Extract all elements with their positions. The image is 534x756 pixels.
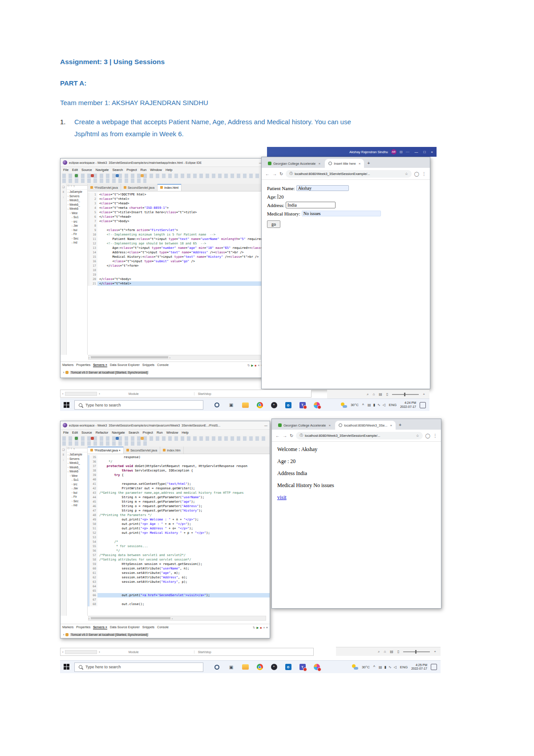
scroll-right-icon[interactable]: › bbox=[99, 392, 100, 395]
debug-icon[interactable] bbox=[91, 174, 94, 177]
outlook-icon[interactable]: o bbox=[284, 401, 292, 409]
code-line[interactable]: 35 response) bbox=[88, 455, 270, 459]
refresh-icon[interactable]: ↻ bbox=[253, 626, 255, 630]
minimize-icon[interactable]: — bbox=[264, 424, 267, 427]
tree-expander-icon[interactable]: › bbox=[72, 496, 73, 498]
code-line[interactable]: 45 String m = request.getParameter("age"… bbox=[88, 500, 270, 504]
bookmark-icon[interactable]: ☆ bbox=[416, 434, 419, 438]
scroll-right-icon[interactable]: › bbox=[170, 356, 170, 359]
tree-expander-icon[interactable]: › bbox=[68, 203, 69, 206]
address-input[interactable]: India bbox=[286, 202, 336, 208]
teams-icon[interactable]: T bbox=[299, 401, 306, 409]
project-tree-item[interactable]: ›Sec bbox=[67, 236, 87, 241]
editor-tab[interactable]: SecondServlet.java bbox=[121, 184, 158, 191]
tree-expander-icon[interactable]: › bbox=[68, 470, 69, 473]
code-line[interactable]: 62 session.setAttribute("Address", o); bbox=[88, 575, 270, 580]
console-view-tab[interactable]: Data Source Explorer bbox=[110, 363, 140, 367]
battery-icon[interactable]: ▮ bbox=[373, 403, 375, 407]
scroll-right-icon[interactable]: › bbox=[172, 617, 173, 620]
menu-item[interactable]: Run bbox=[157, 431, 163, 435]
code-line[interactable]: 5<class="t">title>Insert title here</cla… bbox=[88, 210, 264, 215]
profile-icon[interactable]: ◯ bbox=[414, 171, 419, 176]
tree-expander-icon[interactable]: › bbox=[72, 233, 73, 236]
code-line[interactable]: 4<class="t">meta charset="ISO-8859-1"> bbox=[88, 206, 264, 210]
app-icon-dark[interactable]: * bbox=[270, 401, 278, 409]
menu-item[interactable]: Project bbox=[126, 168, 137, 172]
zoom-slider-knob[interactable] bbox=[415, 650, 417, 654]
file-explorer-icon[interactable] bbox=[242, 663, 249, 671]
file-explorer-icon[interactable] bbox=[242, 401, 249, 409]
console-view-tab[interactable]: Servers × bbox=[93, 626, 107, 630]
menu-item[interactable]: Edit bbox=[72, 431, 78, 435]
code-line[interactable]: 61 session.setAttribute("age", m); bbox=[88, 571, 270, 575]
code-line[interactable]: 10 <!--Implementing minimum length is 5 … bbox=[88, 232, 264, 237]
code-line[interactable]: 59 HttpSession session = request.getSess… bbox=[88, 562, 270, 566]
code-line[interactable]: 14 Address:<class="t">input type="text" … bbox=[88, 250, 264, 255]
teams-icon[interactable]: T bbox=[299, 663, 306, 671]
read-mode-icon[interactable]: ▤ bbox=[379, 392, 382, 396]
code-line[interactable]: 15 Medical History:<class="t">input type… bbox=[88, 255, 264, 259]
code-line[interactable]: 19 bbox=[88, 272, 264, 277]
link-editor-icon[interactable]: ↕ bbox=[71, 447, 72, 451]
reload-icon[interactable]: ↻ bbox=[290, 433, 293, 438]
editor-tab[interactable]: index.html bbox=[158, 184, 182, 191]
project-tree-item[interactable]: ›Week3_ bbox=[67, 198, 87, 203]
console-view-tab[interactable]: Snippets bbox=[142, 363, 154, 367]
scrollbar-track[interactable] bbox=[65, 650, 97, 654]
tree-expander-icon[interactable]: › bbox=[68, 466, 69, 468]
tree-expander-icon[interactable]: › bbox=[72, 224, 73, 227]
console-view-tab[interactable]: Console bbox=[157, 363, 169, 367]
weather-icon[interactable] bbox=[352, 664, 358, 670]
browser-tab[interactable]: Insert title here × bbox=[325, 159, 364, 168]
close-tab-icon[interactable]: × bbox=[328, 423, 331, 427]
scrollbar-track[interactable] bbox=[65, 392, 97, 396]
project-tree-item[interactable]: ›Su1 bbox=[67, 215, 87, 219]
code-line[interactable]: 46 String o = request.getParameter("Addr… bbox=[88, 504, 270, 508]
zoom-slider[interactable] bbox=[403, 651, 430, 652]
code-line[interactable]: 13 Age:<class="t">input type="number" na… bbox=[88, 246, 264, 250]
start-button[interactable] bbox=[64, 664, 70, 670]
cortana-icon[interactable] bbox=[213, 401, 221, 409]
tree-expander-icon[interactable]: › bbox=[63, 633, 64, 636]
code-line[interactable]: 48/*Printing the Parameters */ bbox=[88, 513, 270, 517]
tree-expander-icon[interactable]: › bbox=[72, 237, 73, 240]
tray-chevron-icon[interactable]: ^ bbox=[373, 665, 375, 669]
outline-icon[interactable]: ≡ bbox=[63, 453, 65, 456]
tree-expander-icon[interactable]: › bbox=[70, 211, 71, 214]
start-server-icon[interactable]: ▶ bbox=[251, 364, 253, 367]
menu-item[interactable]: Source bbox=[81, 168, 92, 172]
palette-icon[interactable]: ⁝ bbox=[63, 195, 64, 199]
horizontal-scrollbar[interactable]: ‹› bbox=[88, 355, 261, 360]
close-tab-icon[interactable]: × bbox=[359, 162, 361, 166]
refresh-icon[interactable]: ↻ bbox=[247, 364, 250, 367]
code-line[interactable]: 1<class="t">!DOCTYPE html> bbox=[88, 192, 264, 197]
project-tree-item[interactable]: ›ind bbox=[67, 240, 87, 245]
menu-dots-icon[interactable]: ⋮ bbox=[422, 171, 426, 176]
taskbar-clock[interactable]: 4:25 PM 2022-07-17 bbox=[411, 663, 427, 671]
read-mode-icon[interactable]: ▤ bbox=[390, 650, 393, 654]
debug-icon[interactable] bbox=[91, 437, 94, 440]
project-tree-item[interactable]: ›Week6_ bbox=[67, 465, 87, 470]
code-line[interactable]: 21</class="t">html> bbox=[88, 281, 264, 286]
horizontal-scrollbar[interactable]: ‹› bbox=[88, 616, 266, 621]
code-line[interactable]: 49 out.print("<p> Welcome : " + n + "</p… bbox=[88, 517, 270, 522]
console-view-tab[interactable]: Servers × bbox=[93, 363, 107, 367]
patient-name-input[interactable]: Akshay bbox=[296, 185, 349, 191]
console-view-tab[interactable]: Snippets bbox=[142, 626, 154, 630]
close-tab-icon[interactable]: × bbox=[318, 162, 320, 166]
editor-tab[interactable]: *FirstServlet.java × bbox=[88, 447, 124, 454]
new-tab-button[interactable]: + bbox=[365, 159, 372, 167]
editor-tab[interactable]: SecondServlet.java bbox=[124, 447, 160, 454]
avatar[interactable]: AR bbox=[391, 149, 396, 154]
code-line[interactable]: 52 out.print("<p> Medical History " + p … bbox=[88, 531, 270, 535]
chrome-icon[interactable] bbox=[256, 663, 263, 671]
tree-expander-icon[interactable]: › bbox=[68, 195, 69, 197]
notifications-bell-icon[interactable]: ⌂ bbox=[384, 650, 386, 654]
tree-expander-icon[interactable]: › bbox=[68, 457, 69, 460]
project-tree-item[interactable]: ›bui bbox=[67, 491, 87, 495]
code-line[interactable]: 60 session.setAttribute("userName", n); bbox=[88, 566, 270, 571]
profile-icon[interactable]: ◯ bbox=[425, 433, 430, 438]
console-view-tab[interactable]: Markers bbox=[62, 363, 73, 367]
editor-tab[interactable]: *FirstServlet.java bbox=[88, 184, 121, 191]
onedrive-icon[interactable]: ▤ bbox=[379, 665, 382, 669]
